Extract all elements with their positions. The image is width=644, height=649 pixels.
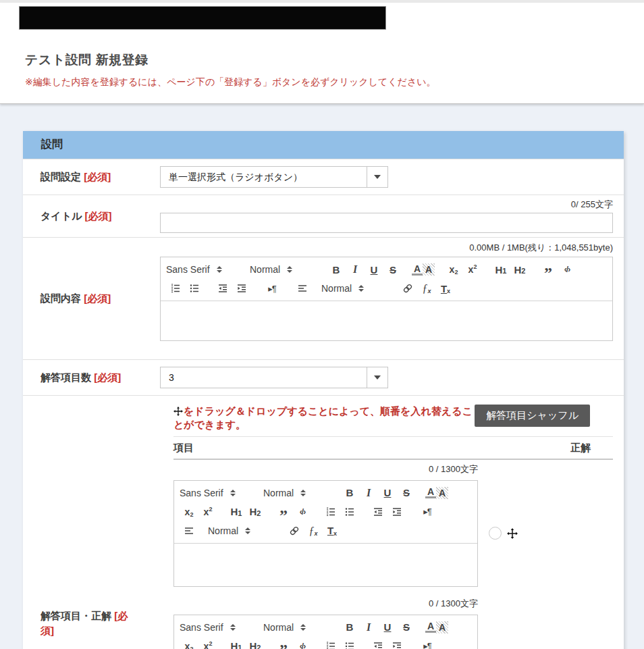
question-panel: 設問 設問設定 [必須] 単一選択形式（ラジオボタン） タイトル [必須] 0/… — [23, 131, 624, 649]
blockquote-button[interactable]: ” — [539, 261, 558, 278]
background-color-button[interactable]: A — [436, 487, 448, 499]
blockquote-button[interactable]: ” — [274, 504, 293, 520]
underline-button[interactable]: U — [365, 261, 383, 278]
header-1-button[interactable]: H1 — [227, 504, 246, 520]
outdent-button[interactable] — [369, 504, 387, 520]
answer-item-1: Sans SerifNormalBIUSAAx2x2H1H2”‹/›▸¶Norm… — [173, 480, 613, 587]
chevron-down-icon[interactable] — [367, 167, 387, 187]
answer-1-editor-toolbar: Sans SerifNormalBIUSAAx2x2H1H2”‹/›▸¶Norm… — [174, 481, 477, 544]
shuffle-answers-button[interactable]: 解答項目シャッフル — [475, 405, 590, 427]
header-2-button[interactable]: H2 — [246, 504, 265, 520]
lineheight-picker[interactable]: Normal — [321, 280, 389, 296]
subscript-button[interactable]: x2 — [444, 261, 463, 278]
font-picker[interactable]: Sans Serif — [166, 261, 240, 278]
bullet-list-button[interactable] — [185, 280, 204, 296]
superscript-button[interactable]: x2 — [463, 261, 482, 278]
header-1-button[interactable]: H1 — [227, 638, 246, 649]
bold-button[interactable]: B — [327, 261, 346, 278]
clean-button[interactable]: Tx — [436, 280, 455, 296]
content-editor-textarea[interactable] — [161, 301, 612, 340]
outdent-button[interactable] — [369, 638, 387, 649]
size-picker[interactable]: Normal — [250, 261, 317, 278]
chevron-down-icon[interactable] — [367, 367, 387, 388]
ordered-list-button[interactable] — [321, 638, 340, 649]
bold-button[interactable]: B — [340, 485, 359, 501]
bullet-list-button[interactable] — [340, 638, 359, 649]
question-type-select[interactable]: 単一選択形式（ラジオボタン） — [160, 166, 388, 188]
header-2-button[interactable]: H2 — [510, 261, 529, 278]
blockquote-button[interactable]: ” — [274, 638, 293, 649]
toolbar-group: Sans Serif — [180, 485, 254, 501]
toolbar-group: x2x2 — [180, 638, 217, 649]
answer-1-correct-radio[interactable] — [489, 527, 502, 540]
background-color-button[interactable]: A — [423, 263, 435, 276]
italic-button[interactable]: I — [346, 261, 365, 278]
header-2-button[interactable]: H2 — [246, 638, 265, 649]
size-picker[interactable]: Normal — [263, 619, 331, 635]
ordered-list-button[interactable] — [166, 280, 185, 296]
link-button[interactable] — [285, 523, 304, 539]
answer-1-editor: Sans SerifNormalBIUSAAx2x2H1H2”‹/›▸¶Norm… — [173, 480, 478, 587]
strike-button[interactable]: S — [397, 485, 416, 501]
code-block-button[interactable]: ‹/› — [293, 638, 312, 649]
column-header-correct: 正解 — [570, 442, 591, 455]
toolbar-group — [369, 638, 406, 649]
code-block-button[interactable]: ‹/› — [558, 261, 576, 278]
code-block-button[interactable]: ‹/› — [293, 504, 312, 520]
formula-button[interactable]: ƒx — [417, 280, 436, 296]
text-color-button[interactable]: A — [412, 264, 423, 276]
answers-label: 解答項目・正解 [必須] — [23, 396, 160, 649]
move-icon — [507, 528, 518, 539]
bullet-list-button[interactable] — [340, 504, 359, 520]
clean-button[interactable]: Tx — [323, 523, 342, 539]
answer-1-editor-textarea[interactable] — [174, 544, 477, 586]
align-button[interactable] — [293, 280, 312, 296]
page-note: ※編集した内容を登録するには、ページ下の「登録する」ボタンを必ずクリックしてくだ… — [25, 76, 436, 88]
size-picker-label: Normal — [250, 264, 280, 275]
italic-button[interactable]: I — [359, 619, 378, 635]
direction-button[interactable]: ▸¶ — [416, 504, 439, 520]
text-color-button[interactable]: A — [425, 487, 436, 498]
background-color-button[interactable]: A — [436, 621, 448, 633]
font-picker-label: Sans Serif — [180, 622, 223, 633]
direction-button[interactable]: ▸¶ — [261, 280, 284, 296]
answers-area: をドラッグ＆ドロップすることによって、順番を入れ替えることができます。 解答項目… — [173, 396, 613, 649]
text-color-button[interactable]: A — [425, 621, 436, 633]
lineheight-picker[interactable]: Normal — [208, 523, 275, 539]
superscript-button[interactable]: x2 — [198, 638, 217, 649]
toolbar-group — [293, 280, 312, 296]
bold-button[interactable]: B — [340, 619, 359, 635]
toolbar-group — [321, 638, 359, 649]
toolbar-group: Normal — [263, 485, 331, 501]
outdent-button[interactable] — [213, 280, 232, 296]
link-button[interactable] — [398, 280, 417, 296]
strike-button[interactable]: S — [383, 261, 402, 278]
ordered-list-button[interactable] — [321, 504, 340, 520]
indent-button[interactable] — [387, 638, 406, 649]
indent-button[interactable] — [387, 504, 406, 520]
superscript-button[interactable]: x2 — [198, 504, 217, 520]
answer-1-move-handle[interactable] — [507, 528, 518, 539]
indent-button[interactable] — [232, 280, 251, 296]
formula-button[interactable]: ƒx — [304, 523, 323, 539]
toolbar-group: AA — [425, 487, 448, 499]
font-picker[interactable]: Sans Serif — [180, 485, 254, 501]
font-picker[interactable]: Sans Serif — [180, 619, 254, 635]
title-input[interactable] — [160, 213, 613, 233]
updown-arrows-icon — [300, 624, 306, 631]
direction-button[interactable]: ▸¶ — [416, 638, 439, 649]
answer-count-select[interactable]: 3 — [160, 367, 388, 388]
size-picker[interactable]: Normal — [263, 485, 331, 501]
subscript-button[interactable]: x2 — [180, 504, 198, 520]
row-content: 設問内容 [必須] 0.00MB / 1MB(残り：1,048,551byte)… — [23, 237, 624, 359]
underline-button[interactable]: U — [378, 485, 397, 501]
italic-button[interactable]: I — [359, 485, 378, 501]
header-1-button[interactable]: H1 — [491, 261, 510, 278]
content-area: 設問 設問設定 [必須] 単一選択形式（ラジオボタン） タイトル [必須] 0/… — [0, 104, 644, 649]
toolbar-group — [166, 280, 204, 296]
underline-button[interactable]: U — [378, 619, 397, 635]
subscript-button[interactable]: x2 — [180, 638, 198, 649]
strike-button[interactable]: S — [397, 619, 416, 635]
toolbar-group — [369, 504, 406, 520]
align-button[interactable] — [180, 523, 198, 539]
